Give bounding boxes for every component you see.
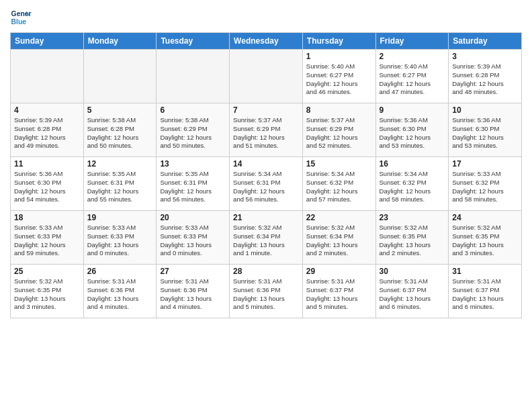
logo-icon: General Blue <box>10 7 32 28</box>
day-info: Sunrise: 5:33 AM Sunset: 6:33 PM Dayligh… <box>14 224 80 258</box>
calendar-cell: 13Sunrise: 5:35 AM Sunset: 6:31 PM Dayli… <box>157 157 230 211</box>
calendar-week-row: 25Sunrise: 5:32 AM Sunset: 6:35 PM Dayli… <box>11 265 522 318</box>
weekday-header: Monday <box>83 33 157 50</box>
calendar-cell <box>83 50 157 103</box>
weekday-header: Tuesday <box>157 33 230 50</box>
day-info: Sunrise: 5:39 AM Sunset: 6:28 PM Dayligh… <box>452 62 518 97</box>
calendar-cell: 11Sunrise: 5:36 AM Sunset: 6:30 PM Dayli… <box>11 157 84 211</box>
calendar-cell: 20Sunrise: 5:33 AM Sunset: 6:33 PM Dayli… <box>157 211 230 265</box>
day-info: Sunrise: 5:39 AM Sunset: 6:28 PM Dayligh… <box>14 116 80 150</box>
day-info: Sunrise: 5:32 AM Sunset: 6:35 PM Dayligh… <box>380 224 445 258</box>
day-number: 4 <box>14 105 80 115</box>
calendar-cell: 5Sunrise: 5:38 AM Sunset: 6:28 PM Daylig… <box>83 103 157 157</box>
day-info: Sunrise: 5:34 AM Sunset: 6:31 PM Dayligh… <box>233 170 299 204</box>
calendar-cell: 4Sunrise: 5:39 AM Sunset: 6:28 PM Daylig… <box>11 103 84 157</box>
page-container: General Blue SundayMondayTuesdayWednesda… <box>0 0 532 325</box>
calendar-cell: 19Sunrise: 5:33 AM Sunset: 6:33 PM Dayli… <box>83 211 157 265</box>
day-number: 23 <box>380 213 445 222</box>
calendar-week-row: 11Sunrise: 5:36 AM Sunset: 6:30 PM Dayli… <box>11 157 522 211</box>
day-info: Sunrise: 5:40 AM Sunset: 6:27 PM Dayligh… <box>306 62 372 97</box>
calendar-cell: 8Sunrise: 5:37 AM Sunset: 6:29 PM Daylig… <box>302 103 375 157</box>
calendar-cell <box>11 50 84 103</box>
day-info: Sunrise: 5:38 AM Sunset: 6:28 PM Dayligh… <box>87 116 153 150</box>
day-number: 17 <box>452 159 518 169</box>
day-info: Sunrise: 5:37 AM Sunset: 6:29 PM Dayligh… <box>306 116 372 150</box>
calendar-cell: 17Sunrise: 5:33 AM Sunset: 6:32 PM Dayli… <box>449 157 522 211</box>
day-info: Sunrise: 5:38 AM Sunset: 6:29 PM Dayligh… <box>160 116 226 150</box>
day-number: 8 <box>306 105 372 115</box>
day-number: 9 <box>380 105 445 115</box>
day-number: 10 <box>452 105 518 115</box>
calendar-cell: 26Sunrise: 5:31 AM Sunset: 6:36 PM Dayli… <box>83 265 157 318</box>
day-number: 29 <box>306 267 372 276</box>
day-number: 12 <box>87 159 153 169</box>
calendar-cell: 27Sunrise: 5:31 AM Sunset: 6:36 PM Dayli… <box>157 265 230 318</box>
calendar-cell <box>157 50 230 103</box>
day-number: 30 <box>380 267 445 276</box>
calendar-cell: 15Sunrise: 5:34 AM Sunset: 6:32 PM Dayli… <box>302 157 375 211</box>
day-number: 6 <box>160 105 226 115</box>
day-info: Sunrise: 5:32 AM Sunset: 6:35 PM Dayligh… <box>452 224 518 258</box>
calendar-cell: 23Sunrise: 5:32 AM Sunset: 6:35 PM Dayli… <box>375 211 449 265</box>
calendar-header-row: SundayMondayTuesdayWednesdayThursdayFrid… <box>11 33 522 50</box>
weekday-header: Sunday <box>11 33 84 50</box>
day-info: Sunrise: 5:32 AM Sunset: 6:35 PM Dayligh… <box>14 277 80 312</box>
calendar-cell: 31Sunrise: 5:31 AM Sunset: 6:37 PM Dayli… <box>449 265 522 318</box>
calendar-cell: 3Sunrise: 5:39 AM Sunset: 6:28 PM Daylig… <box>449 50 522 103</box>
day-number: 13 <box>160 159 226 169</box>
weekday-header: Friday <box>375 33 449 50</box>
day-number: 7 <box>233 105 299 115</box>
calendar-cell: 24Sunrise: 5:32 AM Sunset: 6:35 PM Dayli… <box>449 211 522 265</box>
calendar-cell <box>230 50 303 103</box>
day-number: 19 <box>87 213 153 222</box>
day-number: 20 <box>160 213 226 222</box>
day-info: Sunrise: 5:36 AM Sunset: 6:30 PM Dayligh… <box>452 116 518 150</box>
calendar-week-row: 4Sunrise: 5:39 AM Sunset: 6:28 PM Daylig… <box>11 103 522 157</box>
day-info: Sunrise: 5:36 AM Sunset: 6:30 PM Dayligh… <box>380 116 445 150</box>
calendar-cell: 9Sunrise: 5:36 AM Sunset: 6:30 PM Daylig… <box>375 103 449 157</box>
calendar-week-row: 18Sunrise: 5:33 AM Sunset: 6:33 PM Dayli… <box>11 211 522 265</box>
day-number: 11 <box>14 159 80 169</box>
day-number: 25 <box>14 267 80 276</box>
day-info: Sunrise: 5:31 AM Sunset: 6:36 PM Dayligh… <box>160 277 226 312</box>
day-number: 5 <box>87 105 153 115</box>
calendar-cell: 1Sunrise: 5:40 AM Sunset: 6:27 PM Daylig… <box>302 50 375 103</box>
day-info: Sunrise: 5:33 AM Sunset: 6:32 PM Dayligh… <box>452 170 518 204</box>
weekday-header: Thursday <box>302 33 375 50</box>
svg-text:Blue: Blue <box>11 18 27 26</box>
day-info: Sunrise: 5:35 AM Sunset: 6:31 PM Dayligh… <box>160 170 226 204</box>
calendar-cell: 30Sunrise: 5:31 AM Sunset: 6:37 PM Dayli… <box>375 265 449 318</box>
calendar-cell: 29Sunrise: 5:31 AM Sunset: 6:37 PM Dayli… <box>302 265 375 318</box>
calendar-cell: 22Sunrise: 5:32 AM Sunset: 6:34 PM Dayli… <box>302 211 375 265</box>
day-number: 14 <box>233 159 299 169</box>
calendar-cell: 16Sunrise: 5:34 AM Sunset: 6:32 PM Dayli… <box>375 157 449 211</box>
logo: General Blue <box>10 7 32 28</box>
day-number: 15 <box>306 159 372 169</box>
day-info: Sunrise: 5:34 AM Sunset: 6:32 PM Dayligh… <box>380 170 445 204</box>
calendar-cell: 6Sunrise: 5:38 AM Sunset: 6:29 PM Daylig… <box>157 103 230 157</box>
day-info: Sunrise: 5:32 AM Sunset: 6:34 PM Dayligh… <box>306 224 372 258</box>
header: General Blue <box>10 7 522 28</box>
weekday-header: Wednesday <box>230 33 303 50</box>
day-number: 24 <box>452 213 518 222</box>
day-info: Sunrise: 5:31 AM Sunset: 6:37 PM Dayligh… <box>452 277 518 312</box>
day-number: 21 <box>233 213 299 222</box>
day-info: Sunrise: 5:37 AM Sunset: 6:29 PM Dayligh… <box>233 116 299 150</box>
day-info: Sunrise: 5:33 AM Sunset: 6:33 PM Dayligh… <box>160 224 226 258</box>
day-number: 27 <box>160 267 226 276</box>
calendar-cell: 14Sunrise: 5:34 AM Sunset: 6:31 PM Dayli… <box>230 157 303 211</box>
calendar-week-row: 1Sunrise: 5:40 AM Sunset: 6:27 PM Daylig… <box>11 50 522 103</box>
calendar-cell: 18Sunrise: 5:33 AM Sunset: 6:33 PM Dayli… <box>11 211 84 265</box>
calendar-cell: 7Sunrise: 5:37 AM Sunset: 6:29 PM Daylig… <box>230 103 303 157</box>
day-info: Sunrise: 5:33 AM Sunset: 6:33 PM Dayligh… <box>87 224 153 258</box>
day-info: Sunrise: 5:40 AM Sunset: 6:27 PM Dayligh… <box>380 62 445 97</box>
day-info: Sunrise: 5:32 AM Sunset: 6:34 PM Dayligh… <box>233 224 299 258</box>
day-info: Sunrise: 5:31 AM Sunset: 6:36 PM Dayligh… <box>87 277 153 312</box>
calendar-cell: 28Sunrise: 5:31 AM Sunset: 6:36 PM Dayli… <box>230 265 303 318</box>
calendar-cell: 2Sunrise: 5:40 AM Sunset: 6:27 PM Daylig… <box>375 50 449 103</box>
day-number: 3 <box>452 52 518 61</box>
day-number: 16 <box>380 159 445 169</box>
calendar-cell: 25Sunrise: 5:32 AM Sunset: 6:35 PM Dayli… <box>11 265 84 318</box>
day-number: 26 <box>87 267 153 276</box>
day-number: 28 <box>233 267 299 276</box>
